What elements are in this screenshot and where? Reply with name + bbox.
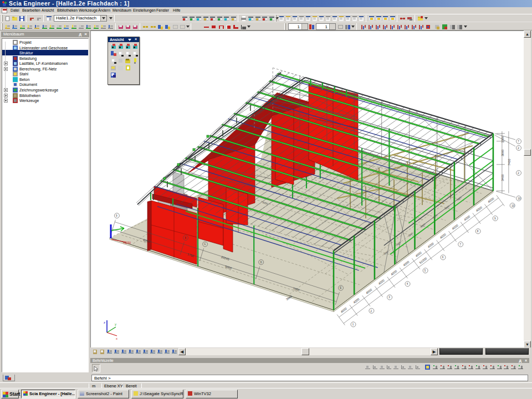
svg-text:4000: 4000 <box>463 214 470 221</box>
svg-text:4000: 4000 <box>487 197 494 203</box>
svg-text:4000: 4000 <box>365 288 372 295</box>
svg-text:z: z <box>104 321 105 324</box>
svg-text:2: 2 <box>518 172 519 175</box>
svg-text:4000: 4000 <box>415 251 422 258</box>
svg-text:E: E <box>340 287 341 289</box>
svg-text:2: 2 <box>518 147 519 150</box>
svg-text:×5250: ×5250 <box>123 241 131 244</box>
svg-text:4000: 4000 <box>475 206 483 212</box>
svg-text:y: y <box>115 323 116 326</box>
svg-text:x: x <box>116 337 117 340</box>
svg-text:4000: 4000 <box>340 307 347 314</box>
svg-text:2: 2 <box>371 310 372 313</box>
svg-text:8: 8 <box>477 230 479 233</box>
svg-text:4: 4 <box>407 283 408 285</box>
svg-text:7400: 7400 <box>508 158 511 165</box>
svg-text:1: 1 <box>352 323 354 326</box>
svg-text:9: 9 <box>494 217 496 220</box>
svg-text:4000: 4000 <box>352 298 360 304</box>
svg-text:3000: 3000 <box>501 150 504 156</box>
svg-text:4000: 4000 <box>377 279 385 285</box>
svg-text:7: 7 <box>518 140 519 143</box>
svg-text:6: 6 <box>442 256 444 259</box>
svg-text:4000: 4000 <box>427 242 434 248</box>
svg-text:4000: 4000 <box>390 269 397 276</box>
svg-text:9: 9 <box>116 214 117 217</box>
svg-text:7: 7 <box>459 243 461 246</box>
svg-text:3: 3 <box>388 296 390 299</box>
svg-text:51000: 51000 <box>419 257 428 264</box>
svg-text:10: 10 <box>518 197 521 200</box>
svg-text:4000: 4000 <box>451 224 458 231</box>
svg-text:5: 5 <box>424 269 426 272</box>
svg-text:4000: 4000 <box>402 260 410 267</box>
svg-text:4000: 4000 <box>439 233 446 239</box>
svg-text:3400: 3400 <box>501 174 504 181</box>
svg-text:10: 10 <box>511 204 515 207</box>
